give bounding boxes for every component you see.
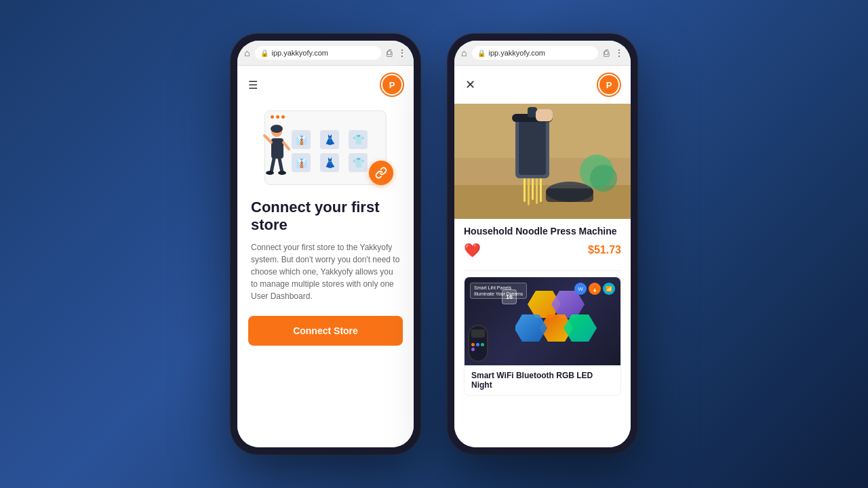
avatar-2[interactable]: P	[598, 74, 620, 96]
dot-2	[276, 115, 279, 119]
product1-name: Household Noodle Press Machine	[464, 226, 621, 237]
led-controller-phone	[468, 325, 488, 362]
svg-rect-22	[546, 188, 593, 202]
svg-marker-30	[515, 314, 547, 342]
browser-chrome-1: ⌂ 🔒 ipp.yakkyofy.com ⎙ ⋮	[237, 41, 414, 66]
share-icon-2[interactable]: ⎙	[604, 47, 609, 58]
svg-rect-2	[271, 138, 283, 159]
avatar-1[interactable]: P	[381, 74, 403, 96]
dot-1	[271, 115, 274, 119]
connect-description: Connect your first store to the Yakkyofy…	[251, 241, 400, 302]
hex-panels-svg	[515, 287, 597, 355]
address-bar-1[interactable]: 🔒 ipp.yakkyofy.com	[255, 46, 381, 60]
clothes-item: 👕	[349, 153, 368, 172]
clothes-item: 👔	[292, 153, 311, 172]
svg-rect-17	[528, 178, 530, 205]
svg-rect-23	[536, 109, 553, 121]
svg-rect-16	[524, 178, 526, 202]
svg-marker-27	[551, 291, 585, 318]
app-header-2: ✕ P	[454, 66, 631, 104]
flame-badge: 🔥	[589, 283, 601, 295]
lock-icon: 🔒	[260, 49, 269, 57]
svg-point-8	[278, 171, 286, 175]
clothes-item: 👗	[320, 130, 339, 149]
svg-rect-15	[528, 107, 537, 117]
clothes-item: 👗	[320, 153, 339, 172]
link-badge	[369, 161, 393, 185]
phone-2: ⌂ 🔒 ipp.yakkyofy.com ⎙ ⋮ ✕ P	[448, 34, 637, 454]
clothes-grid: 👔 👗 👕 👔 👗 👕	[285, 117, 380, 179]
led-panel-label: Smart Liht PanelsIlluminate Your Dreams	[470, 283, 527, 299]
product2-card: Smart Liht PanelsIlluminate Your Dreams …	[464, 277, 621, 396]
svg-rect-18	[532, 178, 534, 200]
illustration-dots	[271, 115, 285, 119]
link-icon	[375, 167, 387, 179]
divider	[464, 270, 621, 271]
svg-point-25	[590, 165, 617, 192]
more-icon-1[interactable]: ⋮	[397, 47, 407, 58]
illustration-area: 👔 👗 👕 👔 👗 👕	[237, 104, 414, 192]
svg-marker-29	[564, 314, 597, 342]
more-icon-2[interactable]: ⋮	[614, 47, 624, 58]
browser-chrome-2: ⌂ 🔒 ipp.yakkyofy.com ⎙ ⋮	[454, 41, 631, 66]
svg-rect-13	[519, 121, 546, 175]
svg-line-6	[279, 159, 282, 172]
wifi-badge: W	[574, 283, 587, 295]
panel-count-badge: 16	[502, 289, 517, 304]
home-icon[interactable]: ⌂	[244, 47, 250, 58]
svg-point-1	[271, 125, 283, 133]
product2-image: Smart Liht PanelsIlluminate Your Dreams …	[465, 277, 620, 365]
led-badge-icons: W 🔥 📶	[574, 283, 615, 295]
svg-rect-19	[536, 178, 538, 204]
phone-1: ⌂ 🔒 ipp.yakkyofy.com ⎙ ⋮ ☰ P	[231, 34, 420, 454]
dot-3	[281, 115, 285, 119]
clothes-item: 👔	[292, 130, 311, 149]
clothes-item: 👕	[349, 130, 368, 149]
heart-icon[interactable]: ❤️	[464, 242, 481, 258]
address-bar-2[interactable]: 🔒 ipp.yakkyofy.com	[472, 46, 598, 60]
hamburger-menu-icon[interactable]: ☰	[248, 79, 258, 92]
person-illustration	[262, 123, 292, 184]
svg-line-5	[271, 159, 274, 172]
lock-icon-2: 🔒	[477, 49, 486, 57]
product1-price: $51.73	[588, 244, 621, 256]
svg-rect-20	[540, 178, 542, 202]
page-content-1: ☰ P	[237, 66, 414, 447]
product2-name: Smart WiFi Bluetooth RGB LED Night	[465, 365, 620, 395]
signal-badge: 📶	[603, 283, 615, 295]
svg-point-7	[266, 171, 274, 175]
url-text-1: ipp.yakkyofy.com	[271, 49, 328, 57]
product1-image	[454, 104, 631, 219]
svg-line-4	[283, 142, 289, 149]
product1-info: Household Noodle Press Machine ❤️ $51.73	[454, 219, 631, 270]
app-header-1: ☰ P	[237, 66, 414, 104]
noodle-machine-svg	[454, 104, 631, 219]
connect-store-button[interactable]: Connect Store	[248, 316, 403, 346]
share-icon-1[interactable]: ⎙	[387, 47, 392, 58]
connect-heading: Connect your first store	[251, 199, 400, 235]
svg-line-3	[264, 136, 271, 142]
home-icon-2[interactable]: ⌂	[461, 47, 467, 58]
product1-actions: ❤️ $51.73	[464, 242, 621, 258]
connect-text-area: Connect your first store Connect your fi…	[237, 192, 414, 308]
page-content-2: ✕ P	[454, 66, 631, 447]
illustration-box: 👔 👗 👕 👔 👗 👕	[264, 110, 387, 185]
close-icon[interactable]: ✕	[465, 77, 475, 92]
url-text-2: ipp.yakkyofy.com	[488, 49, 545, 57]
